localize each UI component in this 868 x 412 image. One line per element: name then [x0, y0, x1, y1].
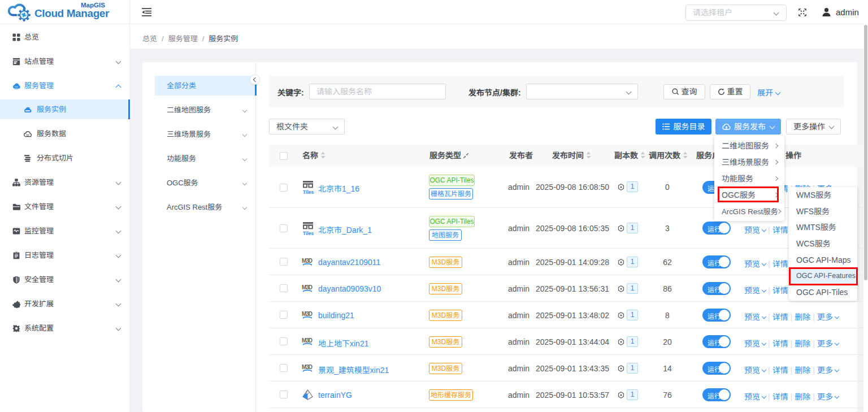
svg-text:M3D: M3D: [302, 364, 313, 370]
svg-text:Tiles: Tiles: [303, 189, 314, 195]
svg-text:Tiles: Tiles: [303, 231, 314, 236]
svg-text:M3D: M3D: [302, 284, 313, 290]
svg-text:M3D: M3D: [302, 258, 313, 264]
svg-text:M3D: M3D: [302, 337, 313, 344]
svg-text:M3D: M3D: [302, 311, 313, 317]
